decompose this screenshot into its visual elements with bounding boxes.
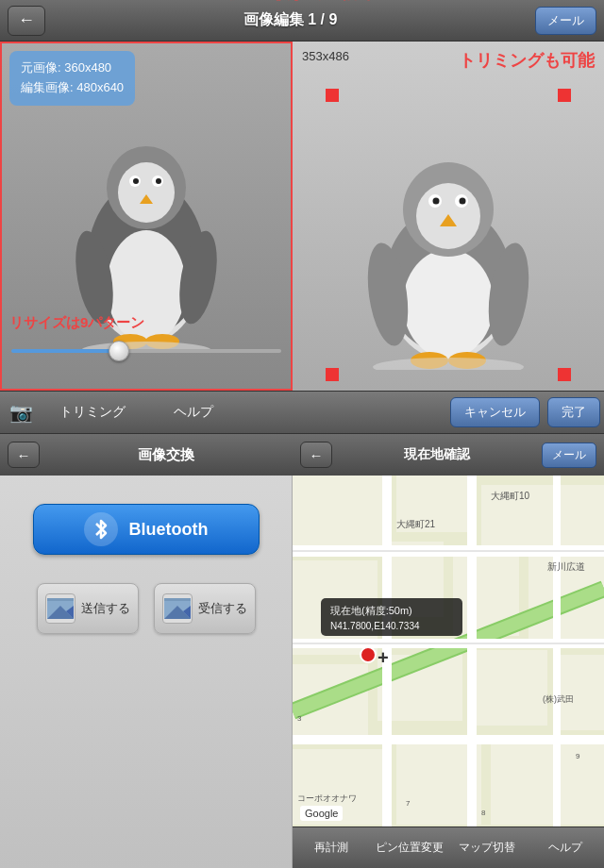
map-panel: ← 現在地確認 メール — [293, 434, 604, 868]
trimming-label: トリミングも可能 — [459, 49, 595, 72]
help-button-map[interactable]: ヘルプ — [527, 840, 605, 856]
slider-thumb[interactable] — [109, 341, 129, 361]
map-toggle-button[interactable]: マップ切替 — [448, 840, 527, 856]
svg-text:7: 7 — [406, 799, 411, 808]
bottom-section: ← 画像交換 Bluetooth — [0, 434, 604, 868]
exchange-content: Bluetooth 送信する — [0, 476, 292, 653]
map-footer: 再計測 ピン位置変更 マップ切替 ヘルプ — [293, 826, 604, 868]
penguin-right-svg — [354, 92, 543, 370]
penguin-left-svg — [66, 79, 226, 353]
edited-size: 編集画像: 480x640 — [21, 78, 124, 98]
editor-toolbar: 📷 トリミング ヘルプ キャンセル 完了 — [0, 391, 604, 434]
editor-title: 画像編集 1 / 9 — [243, 10, 338, 30]
right-editor-panel: 353x486 トリミングも可能 — [293, 42, 604, 391]
resize-slider[interactable] — [11, 349, 281, 353]
action-row: 送信する 受信する — [37, 583, 256, 634]
svg-point-29 — [373, 358, 524, 370]
svg-text:9: 9 — [576, 752, 580, 760]
map-back-button[interactable]: ← — [300, 442, 332, 468]
help-button-top[interactable]: ヘルプ — [143, 404, 243, 421]
svg-rect-37 — [164, 598, 191, 601]
resize-label: リサイズは9パターン — [9, 314, 144, 332]
google-logo: Google — [300, 806, 343, 821]
svg-text:(株)武田: (株)武田 — [543, 694, 574, 704]
bluetooth-icon — [84, 512, 118, 546]
top-section: ← 画像編集 1 / 9 メール 元画像: 360x480 編集画像: 480x… — [0, 0, 604, 434]
receive-button[interactable]: 受信する — [154, 583, 256, 634]
svg-point-17 — [403, 249, 494, 359]
exchange-back-button[interactable]: ← — [8, 442, 40, 468]
back-button[interactable]: ← — [8, 6, 45, 36]
editor-main: 元画像: 360x480 編集画像: 480x640 — [0, 42, 604, 391]
trim-handle-top-right[interactable] — [558, 89, 571, 102]
svg-rect-33 — [47, 598, 74, 601]
svg-text:8: 8 — [481, 809, 486, 817]
map-mail-button[interactable]: メール — [542, 442, 596, 468]
svg-text:新川広道: 新川広道 — [547, 561, 585, 572]
svg-point-23 — [460, 197, 466, 204]
svg-rect-49 — [557, 655, 604, 730]
cancel-button[interactable]: キャンセル — [450, 397, 540, 427]
svg-rect-52 — [491, 735, 604, 825]
image-info-box: 元画像: 360x480 編集画像: 480x640 — [9, 51, 135, 106]
mail-button[interactable]: メール — [535, 7, 596, 35]
trimming-button[interactable]: トリミング — [42, 404, 143, 421]
editor-header: ← 画像編集 1 / 9 メール — [0, 0, 604, 42]
receive-label: 受信する — [198, 600, 247, 617]
svg-rect-48 — [472, 650, 547, 726]
svg-point-75 — [361, 647, 376, 662]
exchange-title: 画像交換 — [47, 446, 285, 464]
receive-icon — [162, 593, 193, 624]
exchange-header: ← 画像交換 — [0, 434, 293, 476]
svg-point-7 — [133, 178, 139, 184]
exchange-panel: ← 画像交換 Bluetooth — [0, 434, 293, 868]
send-icon — [45, 593, 76, 624]
map-title: 現在地確認 — [338, 446, 536, 463]
svg-rect-39 — [293, 476, 387, 551]
svg-text:現在地(精度:50m): 現在地(精度:50m) — [330, 605, 412, 616]
done-button[interactable]: 完了 — [547, 397, 600, 427]
map-header: ← 現在地確認 メール — [293, 434, 604, 476]
svg-point-22 — [433, 197, 440, 204]
map-content: 大縄町10 大縄町21 新川広道 (株)武田 コーポオオナワ 7 8 9 3 現… — [293, 476, 604, 868]
left-editor-panel: 元画像: 360x480 編集画像: 480x640 — [0, 42, 293, 391]
original-size: 元画像: 360x480 — [21, 58, 124, 78]
send-button[interactable]: 送信する — [37, 583, 139, 634]
svg-text:N41.7800,E140.7334: N41.7800,E140.7334 — [330, 621, 420, 631]
camera-icon[interactable]: 📷 — [0, 392, 42, 433]
trim-handle-top-left[interactable] — [326, 89, 339, 102]
svg-text:コーポオオナワ: コーポオオナワ — [297, 793, 357, 803]
map-svg: 大縄町10 大縄町21 新川広道 (株)武田 コーポオオナワ 7 8 9 3 現… — [293, 476, 604, 826]
recalc-button[interactable]: 再計測 — [293, 840, 371, 856]
bluetooth-label: Bluetooth — [129, 520, 209, 540]
svg-point-4 — [118, 162, 175, 223]
dimension-label: 353x486 — [302, 49, 349, 63]
send-label: 送信する — [81, 600, 130, 617]
trim-handle-bottom-right[interactable] — [558, 368, 571, 381]
svg-text:大縄町21: 大縄町21 — [396, 519, 436, 529]
svg-point-8 — [156, 178, 161, 184]
bluetooth-button[interactable]: Bluetooth — [33, 504, 260, 555]
trim-handle-bottom-left[interactable] — [326, 368, 339, 381]
svg-text:大縄町10: 大縄町10 — [491, 491, 530, 501]
svg-text:+: + — [378, 647, 389, 668]
pin-button[interactable]: ピン位置変更 — [371, 840, 449, 856]
svg-text:3: 3 — [297, 714, 302, 723]
